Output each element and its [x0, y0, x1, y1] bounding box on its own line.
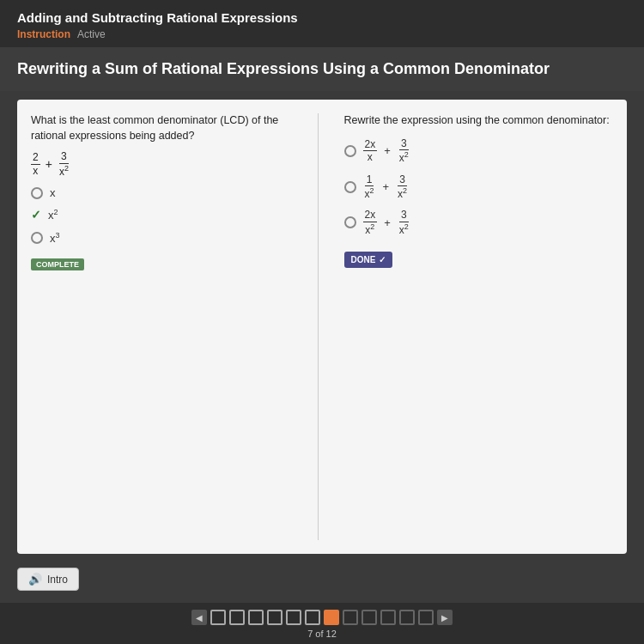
radio-rewrite-2[interactable] [344, 181, 356, 193]
option-x2[interactable]: ✓ x2 [31, 208, 301, 222]
nav-square-9[interactable] [361, 610, 377, 625]
done-checkmark-icon: ✓ [379, 255, 386, 264]
nav-square-3[interactable] [248, 610, 264, 625]
question-text: What is the least common denominator (LC… [31, 113, 301, 143]
rewrite-option-3[interactable]: 2x x2 + 3 x2 [344, 209, 614, 236]
main-content: What is the least common denominator (LC… [0, 91, 644, 603]
intro-button[interactable]: 🔊 Intro [17, 568, 79, 591]
lesson-title: Rewriting a Sum of Rational Expressions … [17, 59, 627, 79]
nav-next-button[interactable]: ▶ [437, 610, 453, 625]
nav-prev-button[interactable]: ◀ [191, 610, 207, 625]
nav-square-5[interactable] [286, 610, 301, 625]
top-bar: Adding and Subtracting Rational Expressi… [0, 0, 644, 47]
radio-rewrite-3[interactable] [344, 216, 356, 228]
fraction-right: 3 x2 [58, 150, 70, 178]
nav-square-6[interactable] [305, 610, 320, 625]
rewrite-label: Rewrite the expression using the common … [344, 113, 614, 129]
intro-row: 🔊 Intro [17, 561, 627, 594]
breadcrumb-row: Instruction Active [17, 28, 627, 40]
nav-square-1[interactable] [210, 610, 226, 625]
nav-square-4[interactable] [267, 610, 283, 625]
app-title: Adding and Subtracting Rational Expressi… [17, 10, 627, 25]
rewrite-option-2[interactable]: 1 x2 + 3 x2 [344, 173, 614, 201]
content-card: What is the least common denominator (LC… [17, 100, 627, 554]
done-button[interactable]: DONE ✓ [344, 252, 393, 268]
nav-square-2[interactable] [229, 610, 245, 625]
breadcrumb-instruction[interactable]: Instruction [17, 28, 70, 40]
nav-square-8[interactable] [343, 610, 358, 625]
left-panel: What is the least common denominator (LC… [31, 113, 319, 540]
nav-square-7-current[interactable] [324, 610, 339, 625]
speaker-icon: 🔊 [28, 573, 42, 586]
option-x[interactable]: x [31, 186, 301, 199]
expression-display: 2 x + 3 x2 [31, 150, 301, 178]
nav-squares: ◀ ▶ [191, 610, 453, 625]
nav-square-10[interactable] [380, 610, 396, 625]
lesson-header: Rewriting a Sum of Rational Expressions … [0, 47, 644, 91]
page-indicator: 7 of 12 [307, 629, 337, 639]
radio-x[interactable] [31, 187, 43, 199]
fraction-left: 2 x [31, 151, 40, 177]
nav-bar: ◀ ▶ 7 of 12 [0, 603, 644, 644]
radio-rewrite-1[interactable] [344, 145, 356, 157]
intro-label: Intro [47, 574, 68, 586]
breadcrumb-active: Active [77, 28, 106, 40]
right-panel: Rewrite the expression using the common … [336, 113, 614, 540]
checkmark-x2: ✓ [31, 208, 41, 222]
complete-badge: COMPLETE [31, 253, 301, 270]
option-x3[interactable]: x3 [31, 231, 301, 245]
radio-x3[interactable] [31, 232, 43, 244]
done-label: DONE [351, 255, 376, 264]
nav-square-11[interactable] [399, 610, 415, 625]
rewrite-option-1[interactable]: 2x x + 3 x2 [344, 137, 614, 165]
nav-square-12[interactable] [418, 610, 434, 625]
